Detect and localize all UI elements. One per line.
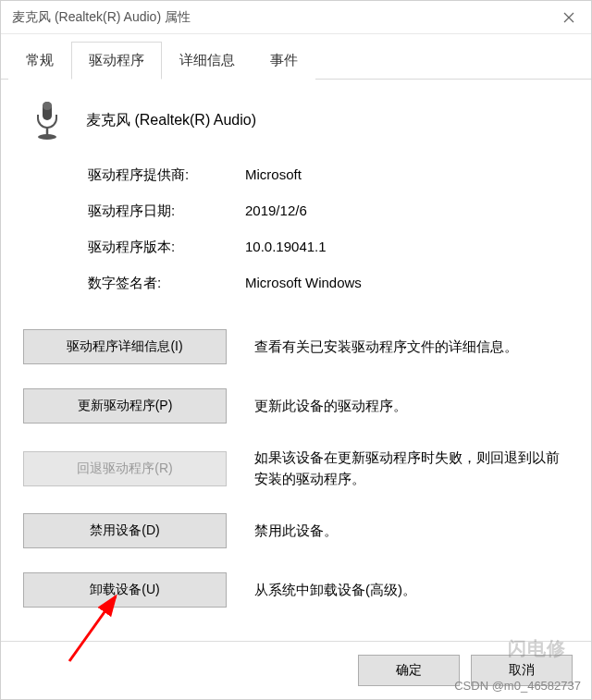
window-title: 麦克风 (Realtek(R) Audio) 属性 (12, 9, 191, 26)
action-row-details: 驱动程序详细信息(I) 查看有关已安装驱动程序文件的详细信息。 (23, 329, 569, 364)
device-name: 麦克风 (Realtek(R) Audio) (86, 111, 256, 130)
action-row-update: 更新驱动程序(P) 更新此设备的驱动程序。 (23, 388, 569, 424)
signer-label: 数字签名者: (88, 275, 245, 292)
disable-device-desc: 禁用此设备。 (254, 521, 569, 542)
properties-dialog: 麦克风 (Realtek(R) Audio) 属性 常规 驱动程序 详细信息 事… (0, 0, 592, 700)
update-driver-desc: 更新此设备的驱动程序。 (254, 396, 569, 417)
tab-driver[interactable]: 驱动程序 (71, 42, 162, 80)
dialog-footer: 确定 取消 (1, 641, 591, 699)
provider-value: Microsoft (245, 166, 569, 184)
tab-events[interactable]: 事件 (253, 42, 315, 80)
signer-value: Microsoft Windows (245, 275, 569, 292)
date-value: 2019/12/6 (245, 203, 569, 220)
tab-general[interactable]: 常规 (8, 42, 71, 80)
close-button[interactable] (547, 1, 591, 34)
version-label: 驱动程序版本: (88, 239, 245, 256)
uninstall-device-button[interactable]: 卸载设备(U) (23, 572, 227, 608)
rollback-driver-desc: 如果该设备在更新驱动程序时失败，则回退到以前安装的驱动程序。 (254, 448, 569, 489)
uninstall-device-desc: 从系统中卸载设备(高级)。 (254, 580, 569, 601)
tab-bar: 常规 驱动程序 详细信息 事件 (1, 34, 591, 80)
svg-rect-3 (43, 102, 52, 110)
driver-details-desc: 查看有关已安装驱动程序文件的详细信息。 (254, 337, 569, 358)
tab-details[interactable]: 详细信息 (162, 42, 253, 80)
action-row-disable: 禁用设备(D) 禁用此设备。 (23, 513, 569, 548)
driver-details-button[interactable]: 驱动程序详细信息(I) (23, 329, 227, 364)
svg-point-5 (38, 134, 56, 140)
action-row-rollback: 回退驱动程序(R) 如果该设备在更新驱动程序时失败，则回退到以前安装的驱动程序。 (23, 448, 569, 489)
provider-label: 驱动程序提供商: (88, 166, 245, 184)
device-header: 麦克风 (Realtek(R) Audio) (23, 100, 569, 141)
microphone-icon (29, 100, 66, 141)
version-value: 10.0.19041.1 (245, 239, 569, 256)
close-icon (563, 12, 574, 23)
update-driver-button[interactable]: 更新驱动程序(P) (23, 388, 227, 424)
date-label: 驱动程序日期: (88, 203, 245, 220)
ok-button[interactable]: 确定 (358, 655, 460, 686)
driver-info-grid: 驱动程序提供商: Microsoft 驱动程序日期: 2019/12/6 驱动程… (23, 166, 569, 292)
cancel-button[interactable]: 取消 (471, 655, 573, 686)
action-row-uninstall: 卸载设备(U) 从系统中卸载设备(高级)。 (23, 572, 569, 608)
rollback-driver-button: 回退驱动程序(R) (23, 451, 227, 486)
tab-content: 麦克风 (Realtek(R) Audio) 驱动程序提供商: Microsof… (1, 80, 591, 641)
titlebar: 麦克风 (Realtek(R) Audio) 属性 (1, 1, 591, 34)
disable-device-button[interactable]: 禁用设备(D) (23, 513, 227, 548)
